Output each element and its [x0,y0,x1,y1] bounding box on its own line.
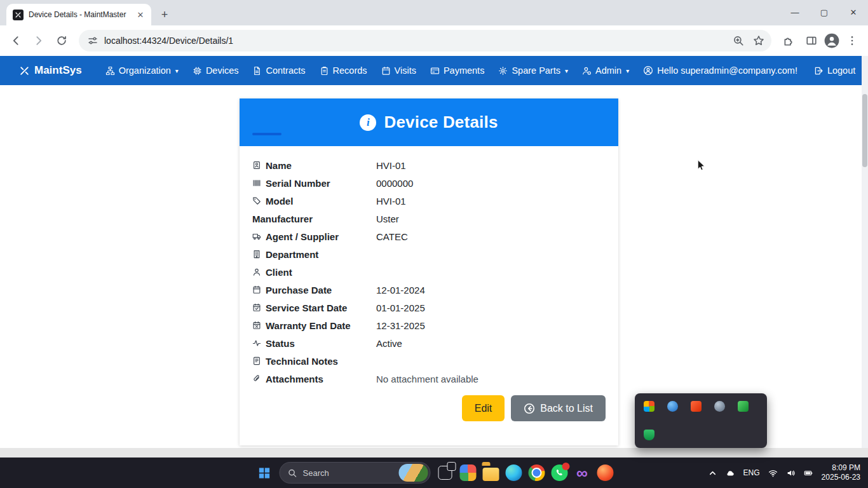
nav-item-spare-parts[interactable]: Spare Parts▾ [491,56,575,85]
nav-item-payments[interactable]: Payments [423,56,491,85]
chevron-down-icon: ▾ [175,67,179,74]
gear-icon [498,66,508,76]
id-badge-icon [252,161,261,170]
edge-browser-icon[interactable] [505,464,522,482]
forward-icon[interactable] [28,30,50,51]
minimize-icon[interactable]: — [780,0,810,24]
field-row-warranty-end-date: Warranty End Date12-31-2025 [252,316,606,334]
tray-shield-icon[interactable] [644,430,654,440]
maximize-icon[interactable]: ▢ [810,0,839,24]
whatsapp-icon[interactable] [551,464,568,482]
field-value: Active [376,338,606,349]
volume-icon[interactable] [786,468,796,478]
side-panel-icon[interactable] [801,30,822,51]
url-text[interactable]: localhost:44324/Device/Details/1 [104,36,723,46]
back-to-list-label: Back to List [540,403,593,414]
taskbar-center: Search ∞ [255,458,614,488]
tray-app-grid-icon[interactable] [644,401,654,412]
field-label: Name [252,160,376,171]
brand-logo[interactable]: MaintSys [19,64,82,77]
close-icon[interactable]: ✕ [839,0,868,24]
page-scrollbar [862,56,868,448]
visual-studio-icon[interactable]: ∞ [574,464,591,482]
site-info-icon[interactable] [88,36,98,46]
new-tab-button[interactable]: + [156,6,173,23]
photos-icon[interactable] [459,464,477,482]
system-tray-flyout [635,393,767,448]
nav-item-visits[interactable]: Visits [374,56,423,85]
nav-item-label: Spare Parts [512,65,560,76]
search-placeholder: Search [303,468,393,478]
language-indicator[interactable]: ENG [743,468,760,477]
file-explorer-icon[interactable] [482,464,499,482]
nav-item-admin[interactable]: Admin▾ [575,56,636,85]
taskbar-clock[interactable]: 8:09 PM 2025-06-23 [822,463,860,482]
field-row-status: StatusActive [252,334,606,352]
field-label: Manufacturer [252,214,376,224]
tab-close-icon[interactable]: ✕ [135,9,146,20]
profile-avatar[interactable] [824,32,840,49]
zoom-search-icon[interactable] [729,32,747,50]
reload-icon[interactable] [51,30,72,51]
journal-icon [252,356,261,365]
search-highlight-image[interactable] [399,464,428,482]
taskbar-tray: ENG 8:09 PM 2025-06-23 [708,458,860,488]
activity-icon [252,339,261,348]
field-label: Serial Number [252,178,376,189]
nav-item-devices[interactable]: Devices [186,56,246,85]
back-to-list-button[interactable]: Back to List [511,395,606,421]
chrome-browser-icon[interactable] [528,464,545,482]
nav-item-records[interactable]: Records [313,56,374,85]
tray-flyout-row [644,401,758,412]
field-label: Purchase Date [252,285,376,295]
chevron-up-icon[interactable] [708,468,717,478]
tab-title: Device Details - MaintMaster [29,10,130,19]
field-row-client: Client [252,263,606,281]
field-row-department: Department [252,245,606,263]
site-favicon-icon [13,10,24,20]
browser-menu-icon[interactable] [841,30,863,51]
user-greeting[interactable]: Hello superadmin@company.com! [636,65,804,76]
paperclip-icon [252,374,261,383]
tray-app-gray-icon[interactable] [714,401,725,412]
nav-item-label: Payments [444,65,484,76]
site-navbar: MaintSys Organization▾DevicesContractsRe… [0,56,868,85]
field-label: Client [252,267,376,278]
tray-app-red-icon[interactable] [691,401,702,412]
card-header: i Device Details [240,98,618,146]
task-view-icon[interactable] [437,464,454,482]
browser-tab[interactable]: Device Details - MaintMaster ✕ [6,4,151,25]
logout-button[interactable]: Logout [807,65,862,76]
nav-item-organization[interactable]: Organization▾ [98,56,186,85]
onedrive-cloud-icon[interactable] [726,468,735,478]
back-icon[interactable] [5,30,27,51]
page-title: Device Details [384,112,498,132]
taskbar-search[interactable]: Search [280,462,431,484]
clipboard-icon [320,66,329,76]
notification-badge [562,463,569,470]
edit-button[interactable]: Edit [462,395,505,421]
tray-app-blue-icon[interactable] [667,401,678,412]
nav-item-label: Admin [595,65,621,76]
chevron-down-icon: ▾ [565,67,568,74]
battery-icon[interactable] [804,468,813,478]
scrollbar-thumb[interactable] [862,94,867,167]
brave-browser-icon[interactable] [597,464,614,482]
bookmark-star-icon[interactable] [750,32,768,50]
wifi-icon[interactable] [768,468,778,478]
field-label: Attachments [252,374,376,384]
tray-app-green-icon[interactable] [738,401,749,412]
start-button[interactable] [255,463,274,482]
field-value: No attachment available [376,374,606,384]
field-label: Technical Notes [252,356,376,367]
calendar-check-icon [252,303,261,312]
credit-card-icon [430,66,440,76]
diagram-icon [105,66,115,76]
field-value: HVI-01 [376,160,606,171]
truck-icon [252,232,261,241]
nav-item-label: Records [333,65,367,76]
clock-time: 8:09 PM [832,463,860,472]
extensions-puzzle-icon[interactable] [778,30,799,51]
nav-item-contracts[interactable]: Contracts [245,56,312,85]
address-bar[interactable]: localhost:44324/Device/Details/1 [79,30,771,51]
